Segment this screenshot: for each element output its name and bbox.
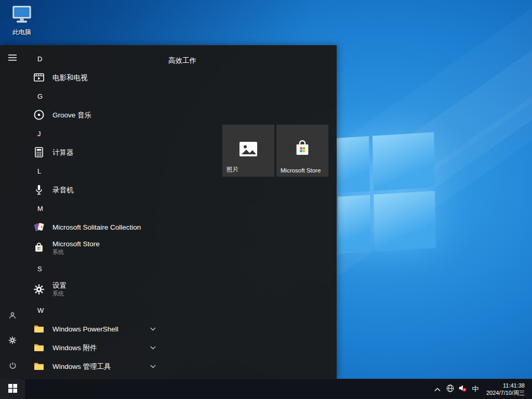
chevron-down-icon[interactable] xyxy=(149,343,157,352)
section-letter-g[interactable]: G xyxy=(25,87,196,105)
tray-volume-button[interactable] xyxy=(456,379,469,399)
solitaire-icon xyxy=(32,220,46,234)
gear-icon xyxy=(8,336,17,347)
app-item-groove-music[interactable]: Groove 音乐 xyxy=(25,105,196,124)
app-label: Windows 附件 xyxy=(52,344,97,352)
app-group-windows-powershell[interactable]: Windows PowerShell xyxy=(25,320,196,338)
movies-tv-icon xyxy=(32,71,46,84)
app-item-calculator[interactable]: 计算器 xyxy=(25,143,196,162)
chevron-down-icon[interactable] xyxy=(149,325,157,333)
section-letter-s[interactable]: S xyxy=(25,259,196,278)
app-label: Microsoft Solitaire Collection xyxy=(52,223,141,231)
windows-logo-pane xyxy=(337,136,370,193)
desktop-icon-label: 此电脑 xyxy=(5,28,38,37)
section-letter-m[interactable]: M xyxy=(25,199,196,218)
microsoft-store-icon xyxy=(292,138,313,161)
tile-group-title[interactable]: 高效工作 xyxy=(168,56,196,65)
app-item-voice-recorder[interactable]: 录音机 xyxy=(25,180,196,199)
start-button[interactable] xyxy=(0,379,25,399)
taskbar: 中 11:41:38 2024/7/10/周三 xyxy=(0,379,532,399)
windows-logo-pane xyxy=(373,132,435,191)
groove-music-icon xyxy=(32,108,46,122)
tile-microsoft-store[interactable]: Microsoft Store xyxy=(276,125,328,177)
clock-date: 2024/7/10/周三 xyxy=(482,389,525,396)
tile-label: 照片 xyxy=(227,166,238,174)
expand-menu-button[interactable] xyxy=(0,46,25,71)
tile-label: Microsoft Store xyxy=(281,167,321,174)
clock-time: 11:41:38 xyxy=(482,382,525,389)
chevron-down-icon[interactable] xyxy=(149,362,157,370)
wallpaper-windows-logo xyxy=(337,132,436,254)
folder-icon xyxy=(32,341,46,354)
app-label: 计算器 xyxy=(52,149,74,156)
volume-muted-icon xyxy=(458,383,467,395)
app-label: Windows PowerShell xyxy=(52,325,118,333)
app-label: Groove 音乐 xyxy=(52,111,91,119)
windows-logo-pane xyxy=(374,191,436,251)
app-label: Microsoft Store xyxy=(52,240,100,248)
rail-settings-button[interactable] xyxy=(0,329,25,354)
section-letter-l[interactable]: L xyxy=(25,162,196,180)
photos-icon xyxy=(237,138,259,162)
tile-photos[interactable]: 照片 xyxy=(222,125,274,177)
app-subtitle: 系统 xyxy=(52,290,66,298)
tray-ime-indicator[interactable]: 中 xyxy=(469,384,482,394)
settings-gear-icon xyxy=(32,283,46,296)
microphone-icon xyxy=(32,183,46,196)
windows-logo-icon xyxy=(8,384,17,395)
this-pc-icon xyxy=(5,4,38,27)
app-item-solitaire[interactable]: Microsoft Solitaire Collection xyxy=(25,218,196,236)
app-label: 电影和电视 xyxy=(52,74,88,82)
system-tray: 中 11:41:38 2024/7/10/周三 xyxy=(431,379,532,399)
section-letter-w[interactable]: W xyxy=(25,301,196,320)
folder-icon xyxy=(32,322,46,336)
user-icon xyxy=(8,311,17,322)
calculator-icon xyxy=(32,145,46,159)
folder-icon xyxy=(32,360,46,373)
desktop-icon-this-pc[interactable]: 此电脑 xyxy=(5,4,38,37)
user-account-button[interactable] xyxy=(0,304,25,329)
section-letter-j[interactable]: J xyxy=(25,124,196,143)
app-group-windows-accessories[interactable]: Windows 附件 xyxy=(25,338,196,357)
taskbar-clock[interactable]: 11:41:38 2024/7/10/周三 xyxy=(482,382,530,396)
network-globe-icon xyxy=(446,384,455,395)
app-label: Windows 管理工具 xyxy=(52,363,111,370)
app-label: 设置 xyxy=(52,282,66,289)
start-menu-rail xyxy=(0,45,25,379)
start-menu: D 电影和电视 G xyxy=(0,45,337,379)
tray-network-button[interactable] xyxy=(444,379,456,399)
chevron-up-icon xyxy=(434,384,441,394)
app-item-microsoft-store[interactable]: Microsoft Store 系统 xyxy=(25,236,196,259)
start-menu-app-list: D 电影和电视 G xyxy=(25,49,196,379)
app-item-movies-tv[interactable]: 电影和电视 xyxy=(25,68,196,87)
power-icon xyxy=(8,361,17,372)
app-item-settings[interactable]: 设置 系统 xyxy=(25,278,196,301)
windows-logo-pane xyxy=(338,195,371,254)
app-group-windows-admin-tools[interactable]: Windows 管理工具 xyxy=(25,357,196,376)
power-button[interactable] xyxy=(0,354,25,379)
tray-show-hidden-icons-button[interactable] xyxy=(431,379,444,399)
hamburger-icon xyxy=(8,54,17,63)
desktop: 此电脑 xyxy=(0,0,532,399)
app-label: 录音机 xyxy=(52,186,74,194)
microsoft-store-icon xyxy=(32,241,46,255)
app-subtitle: 系统 xyxy=(52,248,100,256)
